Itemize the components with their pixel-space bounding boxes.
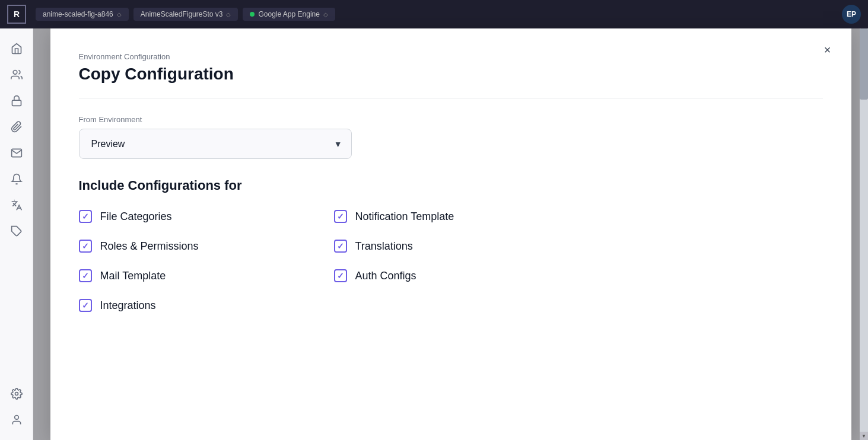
lock-icon[interactable]: [6, 90, 27, 111]
translate-icon[interactable]: [6, 195, 27, 216]
label-translations: Translations: [355, 240, 413, 253]
config-item-notification-template: ✓ Notification Template: [334, 210, 565, 223]
chevron-down-icon-3: ◇: [323, 11, 328, 18]
user-avatar[interactable]: EP: [842, 5, 861, 24]
label-notification-template: Notification Template: [355, 211, 454, 223]
divider: [79, 98, 823, 98]
label-mail-template: Mail Template: [100, 270, 166, 282]
checkbox-translations[interactable]: ✓: [334, 240, 347, 253]
paperclip-icon[interactable]: [6, 116, 27, 138]
config-item-mail-template: ✓ Mail Template: [79, 269, 310, 282]
modal-subtitle: Environment Configuration: [79, 52, 823, 61]
svg-point-3: [15, 393, 18, 396]
svg-point-4: [14, 416, 18, 420]
checkmark-notification-template: ✓: [337, 212, 344, 221]
checkbox-notification-template[interactable]: ✓: [334, 210, 347, 223]
tab-project-2[interactable]: AnimeScaledFigureSto v3 ◇: [133, 8, 239, 21]
status-dot-green: [250, 12, 255, 17]
checkbox-auth-configs[interactable]: ✓: [334, 269, 347, 282]
environment-select[interactable]: Preview: [79, 129, 352, 159]
scrollbar-thumb[interactable]: [860, 28, 868, 100]
app-logo: R: [7, 5, 26, 24]
modal-title: Copy Configuration: [79, 65, 823, 84]
checkbox-file-categories[interactable]: ✓: [79, 210, 92, 223]
tab-project-3[interactable]: Google App Engine ◇: [243, 8, 335, 21]
environment-select-wrapper: Preview ▼: [79, 129, 352, 159]
chevron-down-icon-1: ◇: [117, 11, 122, 18]
checkmark-roles-permissions: ✓: [82, 241, 89, 251]
from-environment-label: From Environment: [79, 115, 823, 124]
svg-point-0: [13, 71, 17, 75]
mail-icon[interactable]: [6, 142, 27, 164]
settings-icon[interactable]: [6, 383, 27, 404]
checkbox-roles-permissions[interactable]: ✓: [79, 240, 92, 253]
label-auth-configs: Auth Configs: [355, 270, 416, 282]
config-item-translations: ✓ Translations: [334, 240, 565, 253]
config-item-roles-permissions: ✓ Roles & Permissions: [79, 240, 310, 253]
bell-icon[interactable]: [6, 168, 27, 190]
label-file-categories: File Categories: [100, 211, 172, 223]
config-item-auth-configs: ✓ Auth Configs: [334, 269, 565, 282]
checkbox-mail-template[interactable]: ✓: [79, 269, 92, 282]
top-bar: R anime-scaled-fig-a846 ◇ AnimeScaledFig…: [0, 0, 868, 28]
config-grid: ✓ File Categories ✓ Notification Templat…: [79, 210, 565, 312]
person-icon[interactable]: [6, 409, 27, 431]
home-icon[interactable]: [6, 38, 27, 59]
tab-label-2: AnimeScaledFigureSto v3: [141, 10, 223, 18]
tab-label-1: anime-scaled-fig-a846: [43, 10, 113, 18]
checkmark-integrations: ✓: [82, 301, 89, 310]
tab-project-1[interactable]: anime-scaled-fig-a846 ◇: [36, 8, 129, 21]
checkmark-auth-configs: ✓: [337, 271, 344, 280]
users-icon[interactable]: [6, 64, 27, 85]
scroll-down-button[interactable]: ▼: [860, 432, 868, 440]
config-item-integrations: ✓ Integrations: [79, 299, 310, 312]
checkmark-translations: ✓: [337, 241, 344, 251]
sidebar: [0, 28, 33, 440]
scrollbar[interactable]: ▲ ▼: [860, 28, 868, 440]
tab-label-3: Google App Engine: [258, 10, 319, 18]
label-roles-permissions: Roles & Permissions: [100, 240, 199, 253]
include-config-title: Include Configurations for: [79, 178, 823, 193]
chevron-down-icon-2: ◇: [226, 11, 231, 18]
modal-overlay: × Environment Configuration Copy Configu…: [33, 28, 868, 440]
close-button[interactable]: ×: [818, 40, 837, 59]
label-integrations: Integrations: [100, 299, 156, 312]
svg-rect-1: [12, 100, 21, 106]
puzzle-icon[interactable]: [6, 221, 27, 242]
config-item-file-categories: ✓ File Categories: [79, 210, 310, 223]
checkmark-mail-template: ✓: [82, 271, 89, 280]
copy-config-modal: × Environment Configuration Copy Configu…: [50, 28, 851, 440]
checkmark-file-categories: ✓: [82, 212, 89, 221]
checkbox-integrations[interactable]: ✓: [79, 299, 92, 312]
